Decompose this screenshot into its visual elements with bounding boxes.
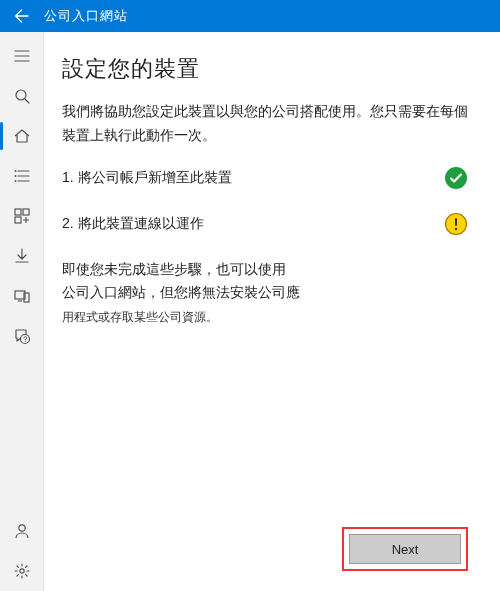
next-button[interactable]: Next <box>349 534 461 564</box>
svg-point-10 <box>24 341 25 342</box>
apps-icon <box>13 207 31 225</box>
svg-rect-15 <box>455 218 457 226</box>
next-button-highlight: Next <box>342 527 468 571</box>
note-line: 用程式或存取某些公司資源。 <box>62 310 218 324</box>
svg-point-3 <box>14 180 16 182</box>
svg-point-12 <box>19 569 23 573</box>
app-body: 設定您的裝置 我們將協助您設定此裝置以與您的公司搭配使用。您只需要在每個裝置上執… <box>0 32 500 591</box>
sidebar-item-account[interactable] <box>0 511 44 551</box>
search-icon <box>13 87 31 105</box>
sidebar-item-list[interactable] <box>0 156 44 196</box>
titlebar: 公司入口網站 <box>0 0 500 32</box>
intro-text: 我們將協助您設定此裝置以與您的公司搭配使用。您只需要在每個裝置上執行此動作一次。 <box>62 100 468 148</box>
download-icon <box>13 247 31 265</box>
sidebar <box>0 32 44 591</box>
svg-point-11 <box>18 525 24 531</box>
app-window: 公司入口網站 <box>0 0 500 591</box>
list-icon <box>13 167 31 185</box>
sidebar-item-home[interactable] <box>0 116 44 156</box>
status-warn-icon <box>444 212 468 236</box>
svg-point-2 <box>14 175 16 177</box>
sidebar-item-apps[interactable] <box>0 196 44 236</box>
main-content: 設定您的裝置 我們將協助您設定此裝置以與您的公司搭配使用。您只需要在每個裝置上執… <box>44 32 500 591</box>
back-button[interactable] <box>0 0 44 32</box>
devices-icon <box>13 287 31 305</box>
sidebar-item-support[interactable] <box>0 316 44 356</box>
home-icon <box>13 127 31 145</box>
sidebar-item-menu[interactable] <box>0 36 44 76</box>
sidebar-item-download[interactable] <box>0 236 44 276</box>
note-text: 即使您未完成這些步驟，也可以使用 公司入口網站，但您將無法安裝公司應 用程式或存… <box>62 258 468 329</box>
svg-point-9 <box>20 335 29 344</box>
svg-rect-4 <box>15 209 21 215</box>
sidebar-item-search[interactable] <box>0 76 44 116</box>
titlebar-title: 公司入口網站 <box>44 7 128 25</box>
svg-rect-5 <box>23 209 29 215</box>
svg-rect-6 <box>15 217 21 223</box>
back-arrow-icon <box>14 8 30 24</box>
note-line: 公司入口網站，但您將無法安裝公司應 <box>62 284 300 300</box>
svg-point-1 <box>14 170 16 172</box>
support-icon <box>13 327 31 345</box>
account-icon <box>13 522 31 540</box>
steps-list: 1. 將公司帳戶新增至此裝置 2. 將此裝置連線以運作 <box>62 166 468 236</box>
hamburger-icon <box>13 47 31 65</box>
step-label: 1. 將公司帳戶新增至此裝置 <box>62 169 432 187</box>
svg-point-0 <box>16 90 26 100</box>
note-line: 即使您未完成這些步驟，也可以使用 <box>62 261 286 277</box>
sidebar-item-settings[interactable] <box>0 551 44 591</box>
status-done-icon <box>444 166 468 190</box>
svg-point-16 <box>455 227 457 229</box>
step-row: 2. 將此裝置連線以運作 <box>62 212 468 236</box>
sidebar-item-devices[interactable] <box>0 276 44 316</box>
settings-icon <box>13 562 31 580</box>
step-label: 2. 將此裝置連線以運作 <box>62 215 432 233</box>
footer: Next <box>62 517 468 571</box>
step-row: 1. 將公司帳戶新增至此裝置 <box>62 166 468 190</box>
page-title: 設定您的裝置 <box>62 54 468 84</box>
